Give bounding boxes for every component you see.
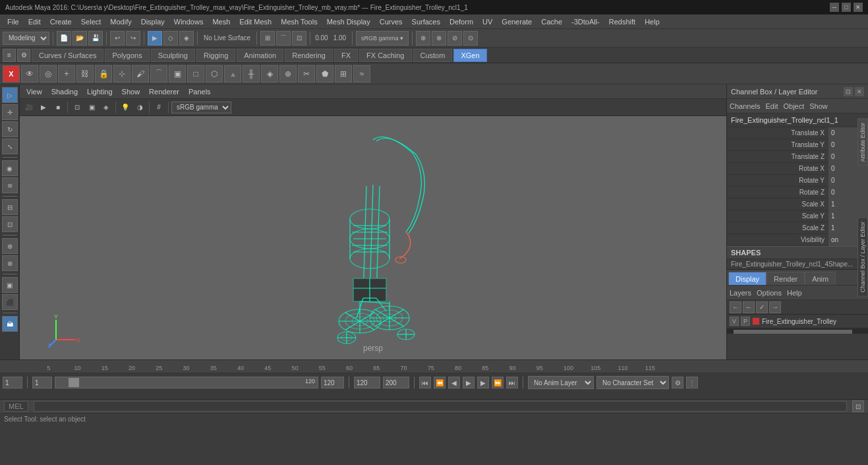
next-frame-btn[interactable]: ▶ xyxy=(477,377,489,388)
vp-shadow-btn[interactable]: ◑ xyxy=(133,101,146,114)
anim-extra-btn[interactable]: ⋮ xyxy=(686,377,698,388)
menu-item--3dtoall-[interactable]: -3DtoAll- xyxy=(567,16,604,27)
lasso-btn[interactable]: ◇ xyxy=(163,31,178,46)
shelf-poly-btn[interactable]: ▣ xyxy=(169,65,186,82)
render-tab[interactable]: Render xyxy=(767,272,805,285)
shelf-merge-btn[interactable]: ⊞ xyxy=(335,65,352,82)
timeline-ruler[interactable]: 5101520253035404550556065707580859095100… xyxy=(0,360,868,373)
layer-add-btn[interactable]: ← xyxy=(730,301,741,313)
camera-btn[interactable]: ⊗ xyxy=(2,255,18,271)
render-btn[interactable]: ▣ xyxy=(2,277,18,293)
render1-btn[interactable]: ⊕ xyxy=(416,31,430,46)
anim-settings-btn[interactable]: ⚙ xyxy=(672,377,683,388)
play-btn[interactable]: ▶ xyxy=(463,377,475,388)
current-frame-input[interactable] xyxy=(3,377,22,388)
shelf-split-btn[interactable]: ✂ xyxy=(298,65,315,82)
tab-rendering[interactable]: Rendering xyxy=(285,49,333,62)
tab-curves---surfaces[interactable]: Curves / Surfaces xyxy=(32,49,103,62)
show-menu[interactable]: Show xyxy=(118,87,144,96)
vp-cam-btn[interactable]: 🎥 xyxy=(22,101,36,114)
range-start-input[interactable] xyxy=(354,377,380,388)
vp-light-btn[interactable]: 💡 xyxy=(119,101,132,114)
menu-item-file[interactable]: File xyxy=(3,16,24,27)
help-menu[interactable]: Help xyxy=(787,289,802,297)
menu-item-mesh-tools[interactable]: Mesh Tools xyxy=(276,16,322,27)
menu-item-select[interactable]: Select xyxy=(76,16,106,27)
menu-item-deform[interactable]: Deform xyxy=(445,16,478,27)
shelf-add-btn[interactable]: + xyxy=(58,65,75,82)
shelf-curve-btn[interactable]: ⌒ xyxy=(150,65,167,82)
layer-prev-btn[interactable]: ← xyxy=(743,301,755,313)
shelf-obj-btn[interactable]: ◎ xyxy=(40,65,57,82)
open-btn[interactable]: 📂 xyxy=(72,31,87,46)
shading-menu[interactable]: Shading xyxy=(47,87,82,96)
shelf-bevel-btn[interactable]: ◈ xyxy=(261,65,278,82)
panel-controls[interactable]: ⊡ ✕ xyxy=(844,87,864,96)
soft-sel-btn[interactable]: ◉ xyxy=(2,160,18,176)
tab-rigging[interactable]: Rigging xyxy=(196,49,235,62)
shelf-paint-btn[interactable]: 🖌 xyxy=(132,65,149,82)
tab-custom[interactable]: Custom xyxy=(413,49,453,62)
go-end-btn[interactable]: ⏭ xyxy=(506,377,518,388)
shelf-loop-btn[interactable]: ⊕ xyxy=(279,65,297,82)
go-start-btn[interactable]: ⏮ xyxy=(419,377,431,388)
vp-stop-btn[interactable]: ■ xyxy=(51,101,65,114)
tab-xgen[interactable]: XGen xyxy=(453,49,486,62)
tab-sculpting[interactable]: Sculpting xyxy=(151,49,195,62)
mode-dropdown[interactable]: Modeling xyxy=(3,32,49,45)
menu-item-uv[interactable]: UV xyxy=(478,16,497,27)
redo-btn[interactable]: ↪ xyxy=(126,31,140,46)
attr-value[interactable]: 0 xyxy=(828,175,868,187)
show-tab[interactable]: Show xyxy=(809,102,828,110)
ipr-btn[interactable]: ⬛ xyxy=(2,294,18,310)
shelf-lock-btn[interactable]: 🔒 xyxy=(95,65,112,82)
close-button[interactable]: ✕ xyxy=(854,3,863,12)
snap-curve-btn[interactable]: ⌒ xyxy=(276,31,291,46)
new-btn[interactable]: 📄 xyxy=(57,31,71,46)
viewport[interactable]: View Shading Lighting Show Renderer Pane… xyxy=(20,84,726,359)
display-tab[interactable]: Display xyxy=(728,272,767,285)
frame-range-slider[interactable]: 120 xyxy=(55,377,318,388)
maximize-button[interactable]: □ xyxy=(842,3,851,12)
scale-tool-btn[interactable]: ⤡ xyxy=(2,139,18,154)
shelf-extrude-btn[interactable]: ⟁ xyxy=(224,65,241,82)
right-panel-scrollbar[interactable] xyxy=(727,328,868,334)
attr-value[interactable]: 0 xyxy=(828,187,868,199)
mel-run-btn[interactable]: ⊡ xyxy=(852,400,864,412)
layer-playback-btn[interactable]: P xyxy=(741,317,750,326)
shelf-x-btn[interactable]: X xyxy=(3,65,20,82)
snap-grid-btn[interactable]: ⊞ xyxy=(260,31,275,46)
select-btn[interactable]: ▶ xyxy=(148,31,162,46)
menu-item-mesh[interactable]: Mesh xyxy=(208,16,235,27)
tab-animation[interactable]: Animation xyxy=(237,49,283,62)
menu-item-help[interactable]: Help xyxy=(640,16,664,27)
rotate-tool-btn[interactable]: ↻ xyxy=(2,121,18,137)
tab-fx[interactable]: FX xyxy=(334,49,358,62)
attribute-editor-tab[interactable]: Attribute Editor xyxy=(857,119,868,166)
anim-tab[interactable]: Anim xyxy=(805,272,836,285)
mel-input[interactable] xyxy=(34,401,847,412)
character-set-select[interactable]: No Character Set xyxy=(596,376,669,389)
layer-next-btn[interactable]: → xyxy=(769,301,781,313)
menu-item-surfaces[interactable]: Surfaces xyxy=(407,16,445,27)
menu-item-redshift[interactable]: Redshift xyxy=(604,16,640,27)
snap-point-btn[interactable]: ⊡ xyxy=(292,31,306,46)
tab-menu-icon[interactable]: ≡ xyxy=(3,49,16,62)
prev-frame-btn[interactable]: ◀ xyxy=(448,377,460,388)
gamma-select[interactable]: sRGB gamma xyxy=(171,102,231,113)
layers-menu[interactable]: Layers xyxy=(730,289,751,297)
menu-item-edit[interactable]: Edit xyxy=(24,16,45,27)
xgen-btn[interactable]: 🏔 xyxy=(2,316,18,332)
minimize-button[interactable]: ─ xyxy=(830,3,839,12)
sculpt-btn[interactable]: ≋ xyxy=(2,177,18,193)
scrollbar-thumb[interactable] xyxy=(734,330,852,334)
panels-menu[interactable]: Panels xyxy=(185,87,215,96)
vp-wire-btn[interactable]: ⊡ xyxy=(71,101,84,114)
shelf-plane-btn[interactable]: □ xyxy=(187,65,204,82)
renderer-menu[interactable]: Renderer xyxy=(145,87,183,96)
anim-layer-select[interactable]: No Anim Layer xyxy=(528,376,594,389)
vp-smooth-btn[interactable]: ▣ xyxy=(85,101,98,114)
select-tool-btn[interactable]: ▷ xyxy=(2,87,18,103)
render3-btn[interactable]: ⊘ xyxy=(448,31,462,46)
menu-item-cache[interactable]: Cache xyxy=(536,16,567,27)
